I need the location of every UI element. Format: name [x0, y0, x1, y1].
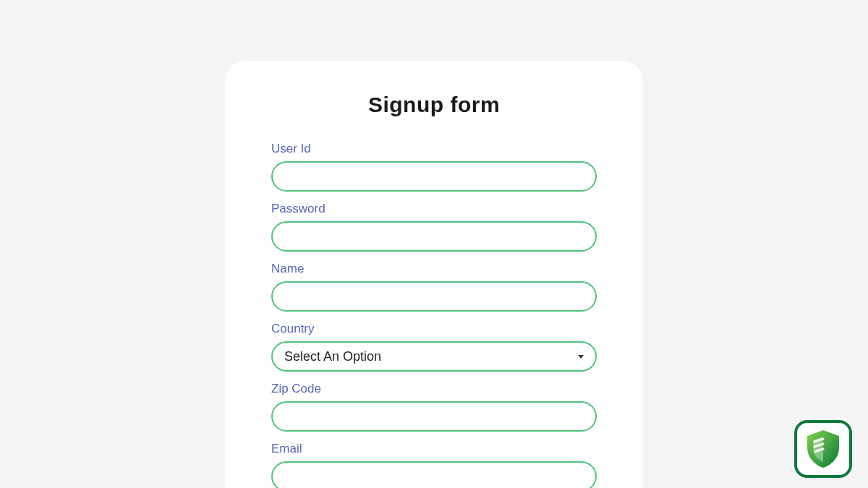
email-input[interactable] — [271, 461, 597, 488]
country-select[interactable]: Select An Option — [271, 341, 597, 372]
name-group: Name — [271, 262, 597, 312]
zip-group: Zip Code — [271, 382, 597, 432]
email-label: Email — [271, 442, 597, 456]
name-input[interactable] — [271, 281, 597, 312]
email-group: Email — [271, 442, 597, 488]
country-group: Country Select An Option — [271, 322, 597, 372]
password-input[interactable] — [271, 221, 597, 252]
name-label: Name — [271, 262, 597, 276]
password-label: Password — [271, 202, 597, 216]
password-group: Password — [271, 202, 597, 252]
shield-icon — [804, 429, 842, 469]
user-id-label: User Id — [271, 142, 597, 156]
user-id-input[interactable] — [271, 161, 597, 192]
shield-badge-icon — [794, 420, 852, 478]
user-id-group: User Id — [271, 142, 597, 192]
country-label: Country — [271, 322, 597, 336]
signup-card: Signup form User Id Password Name Countr… — [225, 61, 643, 488]
zip-label: Zip Code — [271, 382, 597, 396]
zip-input[interactable] — [271, 401, 597, 432]
form-title: Signup form — [271, 93, 597, 117]
